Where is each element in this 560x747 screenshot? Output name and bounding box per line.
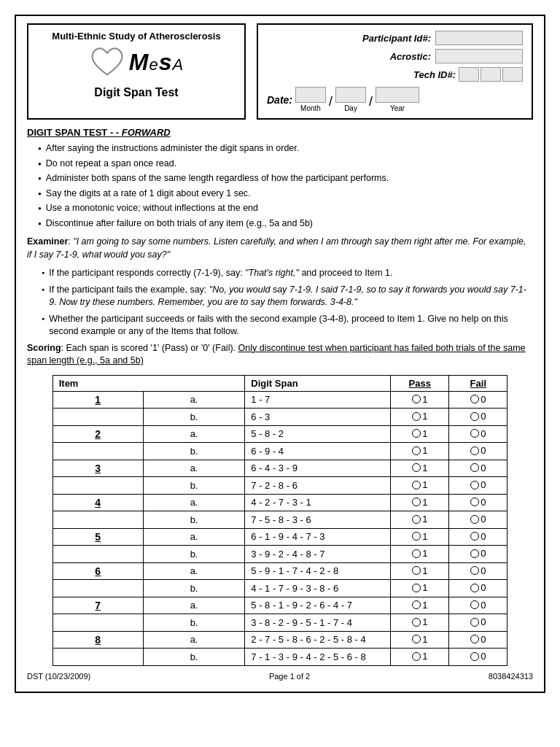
participant-id-row: Participant Id#: <box>267 31 523 45</box>
item-number: 6 <box>52 562 143 580</box>
item-number: 3 <box>52 460 143 477</box>
digit-span-value: 3 - 8 - 2 - 9 - 5 - 1 - 7 - 4 <box>245 614 391 632</box>
participant-id-input[interactable] <box>435 31 523 45</box>
item-number <box>52 614 143 632</box>
item-sub: a. <box>143 597 245 614</box>
digit-span-value: 6 - 9 - 4 <box>245 443 391 460</box>
test-table: Item Digit Span Pass Fail 1a.1 - 7 1 0b.… <box>52 375 508 666</box>
date-row: Date: Month / Day / Year <box>267 87 523 112</box>
pass-cell[interactable]: 1 <box>391 443 449 460</box>
digit-span-value: 6 - 4 - 3 - 9 <box>245 460 391 477</box>
month-input[interactable] <box>295 87 326 103</box>
tech-id-box-2[interactable] <box>481 67 501 82</box>
item-number: 5 <box>52 528 143 546</box>
pass-cell[interactable]: 1 <box>391 614 449 632</box>
digit-span-value: 7 - 5 - 8 - 3 - 6 <box>245 511 391 529</box>
pass-cell[interactable]: 1 <box>391 580 449 597</box>
scoring-label: Scoring <box>27 343 61 353</box>
col-digit-header: Digit Span <box>245 375 391 391</box>
digit-span-value: 6 - 1 - 9 - 4 - 7 - 3 <box>245 528 391 546</box>
item-sub: b. <box>143 614 245 632</box>
pass-cell[interactable]: 1 <box>391 425 449 443</box>
tech-id-row: Tech ID#: <box>267 67 523 82</box>
pass-cell[interactable]: 1 <box>391 511 449 529</box>
acrostic-input[interactable] <box>435 49 523 63</box>
item-number <box>52 546 143 563</box>
fail-cell[interactable]: 0 <box>449 477 508 495</box>
digit-span-value: 5 - 8 - 2 <box>245 425 391 443</box>
fail-cell[interactable]: 0 <box>449 443 508 460</box>
item-sub: a. <box>143 528 245 546</box>
table-row: b.7 - 1 - 3 - 9 - 4 - 2 - 5 - 6 - 8 1 0 <box>52 649 508 666</box>
item-number: 2 <box>52 425 143 443</box>
item-number <box>52 580 143 597</box>
fail-cell[interactable]: 0 <box>449 409 508 426</box>
sub-bullet-1: If the participant responds correctly (7… <box>42 267 533 280</box>
pass-cell[interactable]: 1 <box>391 409 449 426</box>
table-row: 7a.5 - 8 - 1 - 9 - 2 - 6 - 4 - 7 1 0 <box>52 597 508 614</box>
pass-cell[interactable]: 1 <box>391 528 449 546</box>
tech-id-box-3[interactable] <box>502 67 523 82</box>
day-group: Day <box>335 87 366 112</box>
item-sub: a. <box>143 460 245 477</box>
table-row: b.7 - 5 - 8 - 3 - 6 1 0 <box>52 511 508 529</box>
table-row: 3a.6 - 4 - 3 - 9 1 0 <box>52 460 508 477</box>
item-number <box>52 477 143 495</box>
digit-span-value: 1 - 7 <box>245 391 391 409</box>
pass-cell[interactable]: 1 <box>391 494 449 511</box>
fail-cell[interactable]: 0 <box>449 511 508 529</box>
item-sub: a. <box>143 631 245 649</box>
day-label: Day <box>344 104 357 112</box>
fail-cell[interactable]: 0 <box>449 580 508 597</box>
date-slash-1: / <box>327 94 334 109</box>
fail-cell[interactable]: 0 <box>449 614 508 632</box>
item-sub: a. <box>143 391 245 409</box>
fail-cell[interactable]: 0 <box>449 425 508 443</box>
header-left-box: Multi-Ethnic Study of Atherosclerosis Me… <box>27 23 246 120</box>
institution-title: Multi-Ethnic Study of Atherosclerosis <box>52 31 220 42</box>
pass-cell[interactable]: 1 <box>391 391 449 409</box>
tech-id-box-1[interactable] <box>459 67 479 82</box>
pass-cell[interactable]: 1 <box>391 477 449 495</box>
bullet-5: Use a monotonic voice; without inflectio… <box>38 202 533 215</box>
date-slash-2: / <box>368 94 374 109</box>
pass-cell[interactable]: 1 <box>391 460 449 477</box>
col-pass-header: Pass <box>391 375 449 391</box>
pass-cell[interactable]: 1 <box>391 546 449 563</box>
pass-cell[interactable]: 1 <box>391 597 449 614</box>
item-sub: b. <box>143 546 245 563</box>
bullet-3: Administer both spans of the same length… <box>38 172 533 185</box>
mesa-text: MesA <box>129 49 184 76</box>
fail-cell[interactable]: 0 <box>449 391 508 409</box>
month-group: Month <box>295 87 326 112</box>
pass-cell[interactable]: 1 <box>391 649 449 666</box>
fail-cell[interactable]: 0 <box>449 546 508 563</box>
header-right-box: Participant Id#: Acrostic: Tech ID#: Dat… <box>257 23 533 120</box>
tech-id-boxes <box>459 67 523 82</box>
scoring-text: Each span is scored '1' (Pass) or '0' (F… <box>66 343 236 353</box>
fail-cell[interactable]: 0 <box>449 631 508 649</box>
pass-cell[interactable]: 1 <box>391 631 449 649</box>
digit-span-value: 4 - 2 - 7 - 3 - 1 <box>245 494 391 511</box>
section-title: DIGIT SPAN TEST - - FORWARD <box>27 127 533 138</box>
item-number: 4 <box>52 494 143 511</box>
fail-cell[interactable]: 0 <box>449 649 508 666</box>
examiner-block: Examiner: "I am going to say some number… <box>27 236 533 261</box>
fail-cell[interactable]: 0 <box>449 494 508 511</box>
digit-span-value: 5 - 9 - 1 - 7 - 4 - 2 - 8 <box>245 562 391 580</box>
date-boxes: Month / Day / Year <box>295 87 419 112</box>
item-sub: b. <box>143 477 245 495</box>
sub-bullets: If the participant responds correctly (7… <box>27 267 533 338</box>
fail-cell[interactable]: 0 <box>449 528 508 546</box>
fail-cell[interactable]: 0 <box>449 597 508 614</box>
fail-cell[interactable]: 0 <box>449 562 508 580</box>
fail-cell[interactable]: 0 <box>449 460 508 477</box>
pass-cell[interactable]: 1 <box>391 562 449 580</box>
tech-id-label: Tech ID#: <box>413 69 456 80</box>
table-row: 8a.2 - 7 - 5 - 8 - 6 - 2 - 5 - 8 - 4 1 0 <box>52 631 508 649</box>
mesa-logo: MesA <box>89 46 184 79</box>
day-input[interactable] <box>335 87 366 103</box>
year-input[interactable] <box>376 87 419 103</box>
item-number <box>52 649 143 666</box>
bullet-4: Say the digits at a rate of 1 digit abou… <box>38 187 533 201</box>
